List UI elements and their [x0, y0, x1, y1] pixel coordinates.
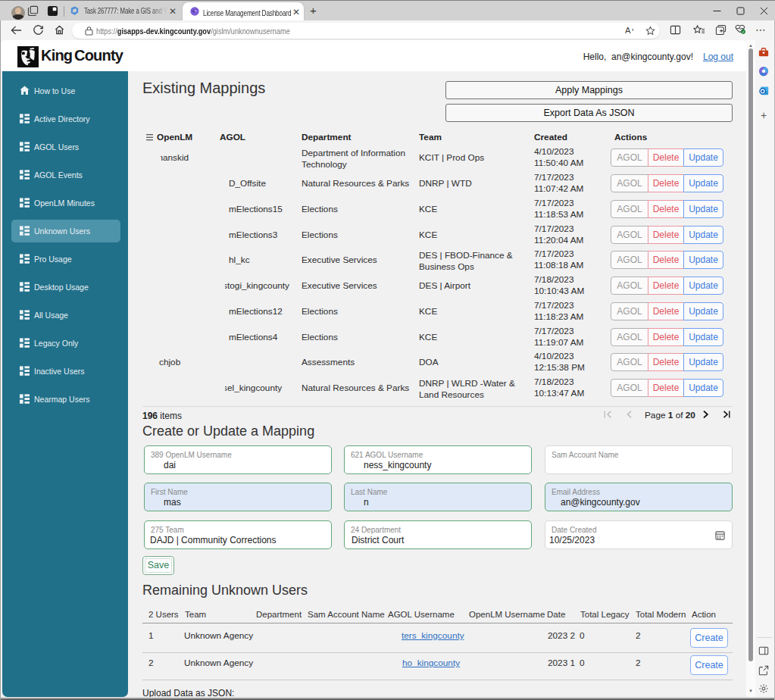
svg-text:A: A: [625, 26, 631, 35]
